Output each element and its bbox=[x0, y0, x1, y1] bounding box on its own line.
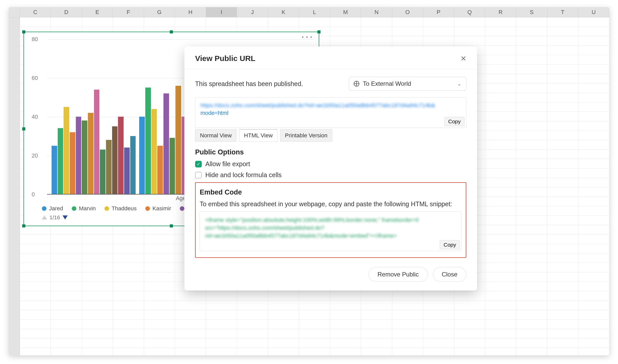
resize-handle[interactable] bbox=[170, 224, 173, 227]
chart-bar bbox=[175, 86, 181, 194]
legend-swatch-icon bbox=[42, 206, 46, 211]
y-tick: 40 bbox=[32, 114, 38, 120]
public-url-blurred[interactable]: https://docs.zoho.com/sheet/published.do… bbox=[200, 102, 461, 109]
y-tick: 80 bbox=[32, 36, 38, 43]
column-header-P[interactable]: P bbox=[423, 7, 454, 17]
column-header-R[interactable]: R bbox=[485, 7, 516, 17]
legend-label: Jared bbox=[49, 205, 63, 212]
legend-item[interactable]: Marvin bbox=[72, 205, 96, 212]
legend-label: Kasimir bbox=[152, 205, 171, 212]
column-header-I[interactable]: I bbox=[206, 7, 237, 17]
legend-swatch-icon bbox=[145, 206, 150, 211]
resize-handle[interactable] bbox=[22, 127, 25, 130]
globe-icon bbox=[354, 81, 359, 87]
column-header-E[interactable]: E bbox=[82, 7, 113, 17]
legend-label: Marvin bbox=[79, 205, 96, 212]
allow-file-export-label: Allow file export bbox=[205, 160, 250, 168]
column-header-Q[interactable]: Q bbox=[454, 7, 485, 17]
copy-embed-button[interactable]: Copy bbox=[440, 240, 460, 249]
chart-bar bbox=[76, 117, 81, 194]
column-header-K[interactable]: K bbox=[268, 7, 299, 17]
chart-bar bbox=[145, 88, 151, 194]
embed-code-heading: Embed Code bbox=[200, 188, 462, 196]
hide-lock-formula-label: Hide and lock formula cells bbox=[205, 171, 282, 179]
legend-swatch-icon bbox=[72, 206, 76, 211]
chart-bar bbox=[82, 120, 87, 194]
chart-bar bbox=[112, 126, 118, 194]
publish-scope-select[interactable]: To External World ⌄ bbox=[349, 77, 466, 91]
column-header-T[interactable]: T bbox=[547, 7, 578, 17]
column-header-L[interactable]: L bbox=[299, 7, 330, 17]
column-header-J[interactable]: J bbox=[237, 7, 268, 17]
view-mode-tabs: Normal View HTML View Printable Version bbox=[195, 129, 466, 142]
embed-code-box: <iframe style="position:absolute;height:… bbox=[200, 211, 462, 251]
public-url-box: https://docs.zoho.com/sheet/published.do… bbox=[195, 97, 466, 128]
allow-file-export-option[interactable]: ✓ Allow file export bbox=[195, 160, 466, 168]
column-header-M[interactable]: M bbox=[330, 7, 361, 17]
chart-bar bbox=[124, 148, 130, 194]
column-header-O[interactable]: O bbox=[392, 7, 423, 17]
legend-item[interactable]: Jared bbox=[42, 205, 63, 212]
embed-code-blurred[interactable]: <iframe style="position:absolute;height:… bbox=[205, 216, 456, 240]
y-tick: 0 bbox=[32, 191, 35, 198]
tab-html-view[interactable]: HTML View bbox=[239, 129, 277, 142]
chart-bar bbox=[64, 107, 69, 194]
chart-bar bbox=[94, 90, 100, 194]
column-header-S[interactable]: S bbox=[516, 7, 547, 17]
chart-bar bbox=[58, 128, 63, 194]
column-header-row: CDEFGHIJKLMNOPQRSTU bbox=[9, 7, 609, 17]
chart-bar bbox=[151, 109, 157, 194]
pager-next-icon[interactable] bbox=[63, 215, 68, 220]
chevron-down-icon: ⌄ bbox=[457, 81, 461, 87]
spreadsheet-window: CDEFGHIJKLMNOPQRSTU • • • 020406080 bbox=[9, 7, 609, 355]
resize-handle[interactable] bbox=[317, 30, 320, 33]
publish-status-text: This spreadsheet has been published. bbox=[195, 80, 303, 88]
checkbox-unchecked-icon[interactable] bbox=[195, 172, 202, 178]
chart-bar bbox=[163, 93, 169, 194]
column-header-N[interactable]: N bbox=[361, 7, 392, 17]
chart-y-axis: 020406080 bbox=[32, 39, 44, 195]
y-tick: 20 bbox=[32, 152, 38, 159]
chart-bar bbox=[157, 146, 163, 194]
chart-bar bbox=[130, 136, 136, 194]
remove-public-button[interactable]: Remove Public bbox=[369, 267, 427, 282]
y-tick: 60 bbox=[32, 75, 38, 81]
legend-item[interactable]: Thaddeus bbox=[104, 205, 137, 212]
select-all-corner[interactable] bbox=[9, 7, 20, 17]
public-url-mode[interactable]: mode=html bbox=[200, 110, 228, 116]
column-header-F[interactable]: F bbox=[113, 7, 144, 17]
dialog-title: View Public URL bbox=[195, 54, 255, 63]
tab-normal-view[interactable]: Normal View bbox=[195, 129, 236, 142]
column-header-C[interactable]: C bbox=[20, 7, 51, 17]
tab-printable-version[interactable]: Printable Version bbox=[280, 129, 332, 142]
hide-lock-formula-option[interactable]: Hide and lock formula cells bbox=[195, 171, 466, 179]
view-public-url-dialog: View Public URL ✕ This spreadsheet has b… bbox=[184, 46, 477, 290]
close-icon[interactable]: ✕ bbox=[460, 54, 466, 63]
row-number-gutter[interactable] bbox=[9, 17, 20, 355]
legend-item[interactable]: Kasimir bbox=[145, 205, 171, 212]
chart-bar bbox=[118, 117, 124, 194]
column-header-D[interactable]: D bbox=[51, 7, 82, 17]
embed-code-section-highlight: Embed Code To embed this spreadsheet in … bbox=[195, 182, 466, 258]
column-header-U[interactable]: U bbox=[578, 7, 609, 17]
close-button[interactable]: Close bbox=[433, 267, 466, 282]
chart-bar bbox=[100, 150, 105, 194]
chart-bar-group bbox=[52, 39, 139, 194]
chart-bar bbox=[52, 146, 57, 194]
column-header-H[interactable]: H bbox=[175, 7, 206, 17]
chart-bar bbox=[88, 113, 93, 194]
resize-handle[interactable] bbox=[22, 30, 25, 33]
column-header-G[interactable]: G bbox=[144, 7, 175, 17]
resize-handle[interactable] bbox=[22, 224, 25, 227]
chart-bar bbox=[70, 132, 75, 194]
chart-bar bbox=[170, 138, 175, 194]
checkbox-checked-icon[interactable]: ✓ bbox=[195, 161, 202, 167]
legend-label: Thaddeus bbox=[112, 205, 137, 212]
pager-text: 1/16 bbox=[50, 214, 60, 221]
publish-scope-value: To External World bbox=[363, 80, 411, 87]
resize-handle[interactable] bbox=[170, 30, 173, 33]
legend-swatch-icon bbox=[104, 206, 109, 211]
pager-prev-icon[interactable] bbox=[42, 215, 47, 220]
copy-url-button[interactable]: Copy bbox=[444, 117, 465, 126]
embed-help-text: To embed this spreadsheet in your webpag… bbox=[200, 200, 462, 208]
